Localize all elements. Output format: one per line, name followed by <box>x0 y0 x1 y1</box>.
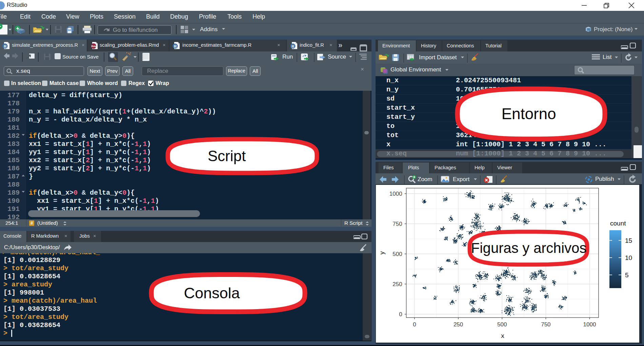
svg-text:Entorno: Entorno <box>501 105 556 123</box>
svg-text:Consola: Consola <box>184 284 240 302</box>
svg-text:Figuras y archivos: Figuras y archivos <box>471 240 587 256</box>
svg-text:Script: Script <box>208 148 246 164</box>
